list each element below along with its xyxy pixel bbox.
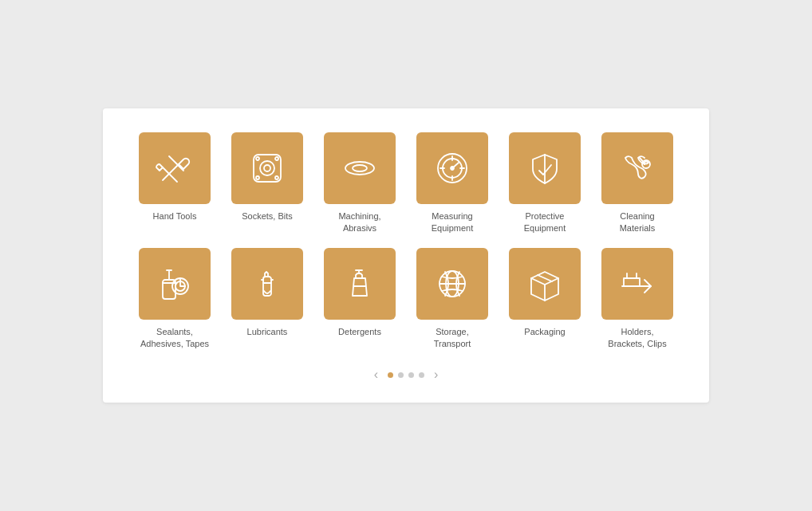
category-label-sealants: Sealants,Adhesives, Tapes	[140, 326, 209, 351]
svg-point-9	[275, 176, 278, 179]
icon-box-cleaning	[601, 132, 673, 204]
category-item-lubricants[interactable]: Lubricants	[227, 248, 307, 351]
pagination-dot-2[interactable]	[398, 372, 404, 378]
category-item-cleaning[interactable]: CleaningMaterials	[597, 132, 677, 235]
category-item-detergents[interactable]: Detergents	[320, 248, 400, 351]
next-button[interactable]: ›	[429, 366, 443, 383]
category-label-hand-tools: Hand Tools	[153, 210, 197, 222]
icon-box-sockets-bits	[231, 132, 303, 204]
protective-icon	[523, 147, 566, 190]
category-label-measuring: MeasuringEquipment	[432, 210, 474, 235]
category-label-cleaning: CleaningMaterials	[620, 210, 656, 235]
icon-box-protective	[509, 132, 581, 204]
icon-box-hand-tools	[139, 132, 211, 204]
svg-point-19	[451, 167, 454, 170]
svg-point-11	[353, 165, 367, 171]
category-label-lubricants: Lubricants	[247, 326, 288, 338]
category-item-sockets-bits[interactable]: Sockets, Bits	[227, 132, 307, 235]
category-card: Hand Tools Sockets, Bits	[103, 108, 709, 403]
svg-point-8	[256, 176, 259, 179]
category-label-detergents: Detergents	[338, 326, 381, 338]
holders-icon	[616, 262, 659, 305]
category-label-storage: Storage,Transport	[434, 326, 471, 351]
category-item-packaging[interactable]: Packaging	[505, 248, 585, 351]
pagination-dot-3[interactable]	[408, 372, 414, 378]
icon-box-lubricants	[231, 248, 303, 320]
prev-button[interactable]: ‹	[369, 366, 383, 383]
icon-box-measuring	[416, 132, 488, 204]
category-label-machining: Machining,Abrasivs	[338, 210, 380, 235]
sealants-icon	[153, 262, 196, 305]
category-label-sockets-bits: Sockets, Bits	[242, 210, 293, 222]
pagination-dot-4[interactable]	[419, 372, 424, 378]
icon-box-storage	[416, 248, 488, 320]
category-item-storage[interactable]: Storage,Transport	[412, 248, 492, 351]
svg-line-1	[163, 167, 177, 182]
storage-icon	[431, 262, 474, 305]
svg-rect-3	[254, 155, 281, 182]
category-item-sealants[interactable]: Sealants,Adhesives, Tapes	[135, 248, 215, 351]
packaging-icon	[523, 262, 566, 305]
icon-box-sealants	[139, 248, 211, 320]
category-item-protective[interactable]: ProtectiveEquipment	[505, 132, 585, 235]
machining-icon	[338, 147, 381, 190]
measuring-icon	[431, 147, 474, 190]
lubricants-icon	[246, 262, 289, 305]
icon-box-packaging	[509, 248, 581, 320]
svg-point-10	[345, 162, 374, 175]
svg-point-6	[256, 157, 259, 160]
category-item-measuring[interactable]: MeasuringEquipment	[412, 132, 492, 235]
sockets-bits-icon	[246, 147, 289, 190]
category-item-holders[interactable]: Holders,Brackets, Clips	[597, 248, 677, 351]
category-label-packaging: Packaging	[524, 326, 565, 338]
icon-box-machining	[324, 132, 396, 204]
cleaning-icon	[616, 147, 659, 190]
pagination-dot-1[interactable]	[388, 372, 393, 378]
category-label-protective: ProtectiveEquipment	[524, 210, 566, 235]
hand-tools-icon	[153, 147, 196, 190]
svg-point-5	[264, 165, 270, 171]
detergents-icon	[338, 262, 381, 305]
category-item-hand-tools[interactable]: Hand Tools	[135, 132, 215, 235]
svg-line-0	[163, 164, 179, 180]
svg-point-7	[275, 157, 278, 160]
icon-box-detergents	[324, 248, 396, 320]
svg-line-2	[169, 156, 183, 171]
icon-box-holders	[601, 248, 673, 320]
category-item-machining[interactable]: Machining,Abrasivs	[320, 132, 400, 235]
category-label-holders: Holders,Brackets, Clips	[608, 326, 666, 351]
svg-point-4	[260, 161, 274, 175]
category-grid: Hand Tools Sockets, Bits	[135, 132, 677, 351]
pagination: ‹ ›	[135, 366, 677, 383]
